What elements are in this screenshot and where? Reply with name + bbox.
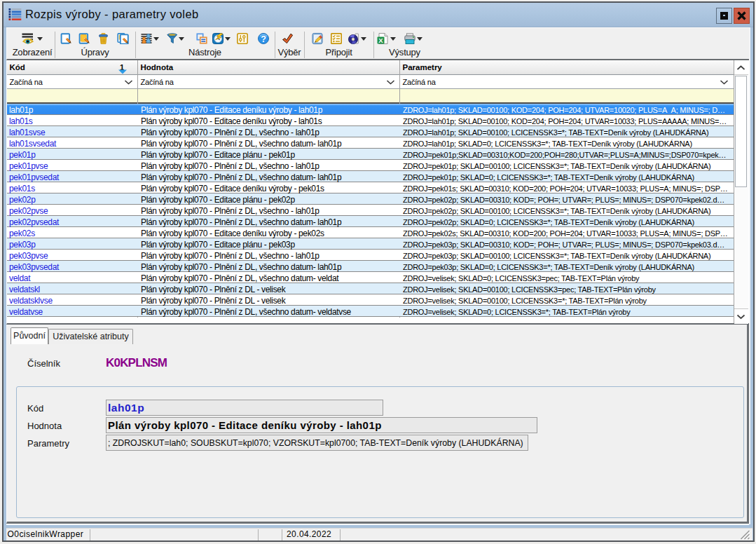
svg-text:?: ? xyxy=(261,34,266,44)
svg-text:X: X xyxy=(378,36,383,44)
